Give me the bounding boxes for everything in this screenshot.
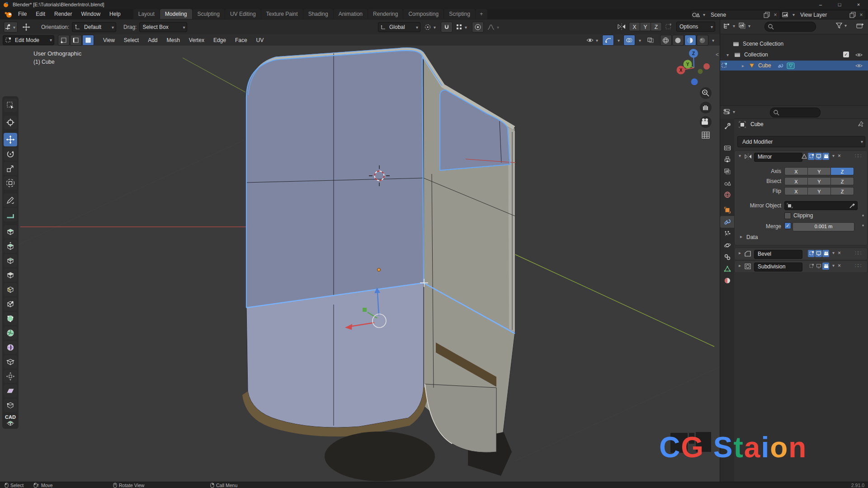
tool-rotate[interactable] xyxy=(4,147,17,161)
duplicate-scene-icon[interactable] xyxy=(764,12,771,18)
outliner-search-input[interactable] xyxy=(764,22,816,32)
tab-animation[interactable]: Animation xyxy=(334,9,368,19)
remove-view-layer-icon[interactable]: × xyxy=(857,12,866,18)
drag-dropdown[interactable]: Select Box ▾ xyxy=(139,22,187,32)
flip-z-button[interactable]: Z xyxy=(831,187,854,195)
blender-menu-icon[interactable] xyxy=(4,11,14,18)
menu-uv[interactable]: UV xyxy=(252,37,269,43)
tab-render[interactable] xyxy=(720,142,734,154)
show-gizmo-toggle[interactable] xyxy=(602,35,614,46)
eyedropper-icon[interactable] xyxy=(849,203,855,209)
shading-rendered-button[interactable] xyxy=(697,35,708,46)
animate-dot-icon[interactable] xyxy=(862,225,864,226)
menu-mesh[interactable]: Mesh xyxy=(162,37,184,43)
unlink-scene-icon[interactable]: × xyxy=(771,12,780,18)
view-layer-selector[interactable]: ▾ View Layer × xyxy=(781,10,866,19)
axis-x-button[interactable]: X xyxy=(784,167,808,175)
bevel-realtime-toggle[interactable] xyxy=(815,250,822,257)
edge-select-button[interactable] xyxy=(70,35,82,46)
scene-selector[interactable]: ▾ Scene × xyxy=(691,10,780,19)
tab-shading[interactable]: Shading xyxy=(303,9,333,19)
menu-file[interactable]: File xyxy=(14,9,31,19)
tool-poly-build[interactable] xyxy=(4,312,17,325)
mirror-extras-dropdown[interactable]: ▾ xyxy=(830,153,836,158)
shading-material-button[interactable] xyxy=(684,35,696,46)
chevron-down-icon[interactable]: ▾ xyxy=(701,12,707,17)
collection-label[interactable]: Collection xyxy=(744,52,768,58)
tab-object-data[interactable] xyxy=(720,263,734,275)
tab-layout[interactable]: Layout xyxy=(133,9,160,19)
mirror-name-field[interactable]: Mirror xyxy=(754,153,802,162)
tab-tool[interactable] xyxy=(720,120,734,132)
eye-icon[interactable] xyxy=(855,63,863,69)
chevron-down-icon[interactable]: ▾ xyxy=(637,38,643,43)
add-modifier-button[interactable]: Add Modifier ▾ xyxy=(737,136,865,147)
bevel-delete-button[interactable]: × xyxy=(838,250,841,256)
tab-scene[interactable] xyxy=(720,177,734,189)
outliner-display-mode-dropdown[interactable]: ▾ xyxy=(723,22,737,29)
proportional-falloff-dropdown[interactable]: ▾ xyxy=(486,22,501,33)
menu-view[interactable]: View xyxy=(99,37,119,43)
menu-help[interactable]: Help xyxy=(105,9,125,19)
data-disclosure-icon[interactable]: ▸ xyxy=(738,234,744,239)
show-objects-dropdown[interactable]: ▾ xyxy=(585,35,600,46)
merge-checkbox[interactable]: ✓ xyxy=(784,222,791,229)
bisect-x-button[interactable]: X xyxy=(784,177,808,185)
tool-knife[interactable] xyxy=(4,297,17,311)
tab-rendering[interactable]: Rendering xyxy=(368,9,403,19)
disclosure-closed-icon[interactable]: ▸ xyxy=(740,63,746,68)
clipping-checkbox[interactable] xyxy=(784,212,791,219)
scene-name[interactable]: Scene xyxy=(707,12,730,18)
axis-y-neg-ball[interactable] xyxy=(698,69,703,74)
mirror-realtime-toggle[interactable] xyxy=(815,153,822,160)
maximize-button[interactable]: □ xyxy=(830,0,849,9)
active-tool-dropdown[interactable]: ▾ xyxy=(4,22,18,33)
disclosure-open-icon[interactable]: ▾ xyxy=(725,52,731,57)
mirror-render-toggle[interactable] xyxy=(822,153,829,160)
view-layer-name[interactable]: View Layer xyxy=(797,12,830,18)
menu-edit[interactable]: Edit xyxy=(31,9,50,19)
eye-icon[interactable] xyxy=(855,52,863,58)
tab-constraints[interactable] xyxy=(720,251,734,263)
snap-toggle[interactable] xyxy=(441,22,453,33)
snap-settings-dropdown[interactable]: ▾ xyxy=(455,22,469,33)
subdivision-realtime-toggle[interactable] xyxy=(815,263,822,270)
options-dropdown[interactable]: Options ▾ xyxy=(676,22,715,32)
subdivision-name-field[interactable]: Subdivision xyxy=(754,263,802,272)
tab-view-layer[interactable] xyxy=(720,165,734,177)
data-section-label[interactable]: Data xyxy=(746,234,758,240)
outliner-filter-dropdown[interactable]: ▾ xyxy=(835,22,849,29)
mirror-y-button[interactable]: Y xyxy=(640,22,651,31)
mirror-delete-button[interactable]: × xyxy=(838,153,841,159)
tab-modeling[interactable]: Modeling xyxy=(160,9,192,19)
tool-bevel[interactable] xyxy=(4,268,17,282)
zoom-button[interactable] xyxy=(700,87,712,99)
collection-checkbox[interactable]: ✓ xyxy=(843,52,849,57)
tab-material[interactable] xyxy=(720,275,734,286)
chevron-down-icon[interactable]: ▾ xyxy=(616,38,622,43)
subdivision-render-toggle[interactable] xyxy=(822,263,829,270)
tab-world[interactable] xyxy=(720,189,734,201)
flip-x-button[interactable]: X xyxy=(784,187,808,195)
drag-handle-icon[interactable]: ∷∷ xyxy=(855,153,861,159)
menu-face[interactable]: Face xyxy=(231,37,252,43)
outliner-row-cube[interactable]: ▸ Cube xyxy=(720,61,868,70)
tool-extrude-region[interactable] xyxy=(4,239,17,253)
subdivision-extras-dropdown[interactable]: ▾ xyxy=(830,263,836,268)
tool-measure[interactable] xyxy=(4,208,17,221)
sidebar-collapse-icon[interactable]: < xyxy=(716,52,719,58)
tool-cad[interactable]: CAD xyxy=(3,415,18,427)
tool-loop-cut[interactable] xyxy=(4,283,17,296)
bevel-editmode-toggle[interactable] xyxy=(808,250,815,257)
tab-modifiers[interactable] xyxy=(720,216,734,228)
axis-z-neg-ball[interactable] xyxy=(691,79,698,85)
tab-particles[interactable] xyxy=(720,228,734,239)
subdivision-delete-button[interactable]: × xyxy=(838,263,841,269)
transform-orientation-dropdown[interactable]: Global ▾ xyxy=(378,22,420,32)
menu-add[interactable]: Add xyxy=(143,37,162,43)
snap-target-icon[interactable] xyxy=(665,23,674,30)
tool-shrink-fatten[interactable] xyxy=(4,370,17,383)
animate-dot-icon[interactable] xyxy=(862,215,864,216)
tool-rip-region[interactable] xyxy=(4,399,17,412)
bevel-name-field[interactable]: Bevel xyxy=(754,250,802,259)
